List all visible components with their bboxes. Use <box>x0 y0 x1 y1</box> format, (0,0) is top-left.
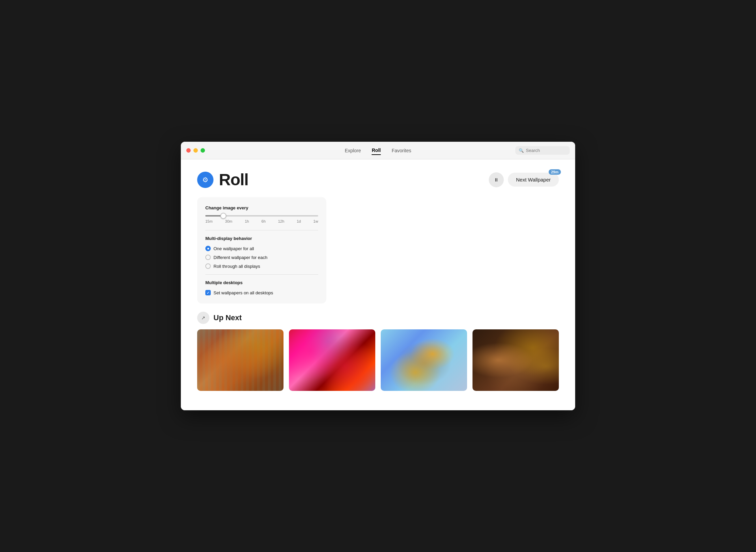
app-window: Explore Roll Favorites 🔍 ⚙ Roll ⏸ 2 <box>181 142 575 410</box>
thumbnail-1[interactable] <box>197 329 284 391</box>
arrow-icon: ↗ <box>201 315 205 321</box>
slider-label-30m: 30m <box>225 219 232 223</box>
up-next-header: ↗ Up Next <box>197 312 559 324</box>
page-title: Roll <box>219 170 248 189</box>
search-box[interactable]: 🔍 <box>515 146 570 155</box>
slider-label-1w: 1w <box>313 219 318 223</box>
radio-circle-different-each <box>205 255 211 260</box>
up-next-icon: ↗ <box>197 312 209 324</box>
checkbox-box-all-desktops <box>205 290 211 295</box>
slider-label-12h: 12h <box>278 219 284 223</box>
titlebar: Explore Roll Favorites 🔍 <box>181 142 575 159</box>
multiple-desktops-label: Multiple desktops <box>205 280 318 285</box>
minimize-button[interactable] <box>193 148 198 153</box>
slider-label-1h: 1h <box>245 219 249 223</box>
pause-icon: ⏸ <box>494 177 499 183</box>
gear-icon: ⚙ <box>202 176 208 184</box>
slider-track <box>205 215 318 217</box>
window-controls <box>181 148 205 153</box>
thumbnails-grid <box>197 329 559 391</box>
slider-label-15m: 15m <box>205 219 212 223</box>
tab-roll[interactable]: Roll <box>372 146 381 155</box>
close-button[interactable] <box>186 148 191 153</box>
maximize-button[interactable] <box>201 148 205 153</box>
multi-display-label: Multi-display behavior <box>205 236 318 241</box>
radio-circle-one-for-all <box>205 246 211 251</box>
checkbox-all-desktops[interactable]: Set wallpapers on all desktops <box>205 290 318 295</box>
slider-label-1d: 1d <box>297 219 301 223</box>
settings-card: Change image every 15m 30m 1h 6h 12h 1d … <box>197 197 326 304</box>
roll-icon: ⚙ <box>197 172 213 188</box>
radio-label-roll-through: Roll through all displays <box>213 264 260 269</box>
tab-explore[interactable]: Explore <box>345 146 361 155</box>
radio-different-each[interactable]: Different wallpaper for each <box>205 255 318 260</box>
next-badge: 29m <box>549 169 561 175</box>
roll-actions: ⏸ 29m Next Wallpaper <box>489 172 559 187</box>
radio-roll-through[interactable]: Roll through all displays <box>205 263 318 269</box>
thumbnail-2[interactable] <box>289 329 375 391</box>
search-icon: 🔍 <box>519 148 524 153</box>
radio-one-for-all[interactable]: One wallpaper for all <box>205 246 318 251</box>
nav-tabs: Explore Roll Favorites <box>345 146 411 155</box>
thumbnail-3[interactable] <box>381 329 467 391</box>
divider-1 <box>205 230 318 230</box>
divider-2 <box>205 274 318 275</box>
up-next-title: Up Next <box>213 313 242 322</box>
main-content: ⚙ Roll ⏸ 29m Next Wallpaper Change image… <box>181 159 575 410</box>
roll-title-group: ⚙ Roll <box>197 170 248 189</box>
change-image-label: Change image every <box>205 205 318 210</box>
slider-container: 15m 30m 1h 6h 12h 1d 1w <box>205 215 318 223</box>
search-input[interactable] <box>526 148 566 153</box>
radio-group: One wallpaper for all Different wallpape… <box>205 246 318 269</box>
thumbnail-4[interactable] <box>472 329 559 391</box>
slider-labels: 15m 30m 1h 6h 12h 1d 1w <box>205 219 318 223</box>
radio-label-one-for-all: One wallpaper for all <box>213 246 254 251</box>
roll-header: ⚙ Roll ⏸ 29m Next Wallpaper <box>197 170 559 189</box>
slider-label-6h: 6h <box>261 219 265 223</box>
radio-circle-roll-through <box>205 263 211 269</box>
tab-favorites[interactable]: Favorites <box>392 146 411 155</box>
checkbox-label-all-desktops: Set wallpapers on all desktops <box>213 290 273 295</box>
radio-label-different-each: Different wallpaper for each <box>213 255 268 260</box>
next-wallpaper-button[interactable]: Next Wallpaper <box>508 173 559 187</box>
slider-thumb[interactable] <box>220 213 226 219</box>
up-next-section: ↗ Up Next <box>197 312 559 391</box>
pause-button[interactable]: ⏸ <box>489 172 504 187</box>
next-wallpaper-wrap: 29m Next Wallpaper <box>508 173 559 187</box>
checkbox-group: Set wallpapers on all desktops <box>205 290 318 295</box>
